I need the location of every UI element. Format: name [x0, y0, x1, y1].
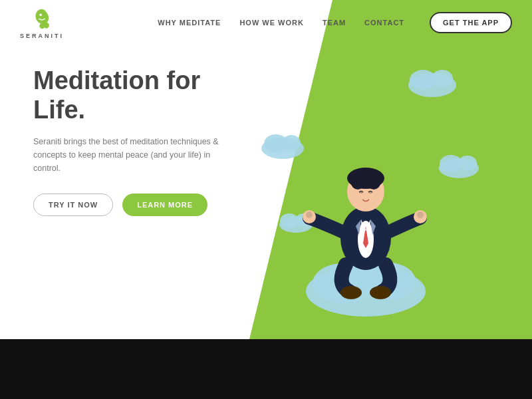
svg-point-21 [367, 176, 380, 190]
learn-more-button[interactable]: LEARN MORE [122, 194, 207, 216]
hero-description: Seraniti brings the best of meditation t… [33, 135, 223, 175]
cloud-top-right [408, 70, 456, 97]
svg-point-27 [417, 211, 424, 218]
brand-name: SERANITI [20, 33, 64, 39]
hero-section: Meditation for Life. Seraniti brings the… [0, 0, 532, 339]
svg-point-5 [432, 70, 453, 87]
svg-point-34 [39, 13, 42, 16]
bottom-bar [0, 339, 532, 399]
hero-content: Meditation for Life. Seraniti brings the… [33, 66, 246, 216]
cloud-top-left [261, 134, 304, 159]
svg-point-20 [351, 176, 364, 190]
clouds-svg [239, 45, 492, 338]
nav-team[interactable]: TEAM [323, 19, 346, 27]
cloud-mid-right [439, 155, 479, 178]
svg-point-29 [370, 286, 391, 299]
svg-point-8 [458, 156, 477, 170]
svg-point-25 [306, 211, 313, 218]
nav-how-we-work[interactable]: HOW WE WORK [239, 19, 304, 27]
hero-buttons: TRY IT NOW LEARN MORE [33, 194, 246, 216]
svg-point-28 [340, 286, 362, 299]
logo-icon [29, 6, 55, 31]
hero-title: Meditation for Life. [33, 66, 246, 124]
nav-links: WHY MEDITATE HOW WE WORK TEAM CONTACT GE… [158, 12, 512, 33]
svg-point-2 [282, 135, 301, 151]
nav-why-meditate[interactable]: WHY MEDITATE [158, 19, 221, 27]
navigation: SERANITI WHY MEDITATE HOW WE WORK TEAM C… [0, 0, 532, 45]
hero-illustration [239, 45, 492, 338]
get-app-button[interactable]: GET THE APP [430, 12, 512, 33]
logo[interactable]: SERANITI [20, 6, 64, 39]
try-it-now-button[interactable]: TRY IT NOW [33, 194, 113, 216]
nav-contact[interactable]: CONTACT [364, 19, 404, 27]
